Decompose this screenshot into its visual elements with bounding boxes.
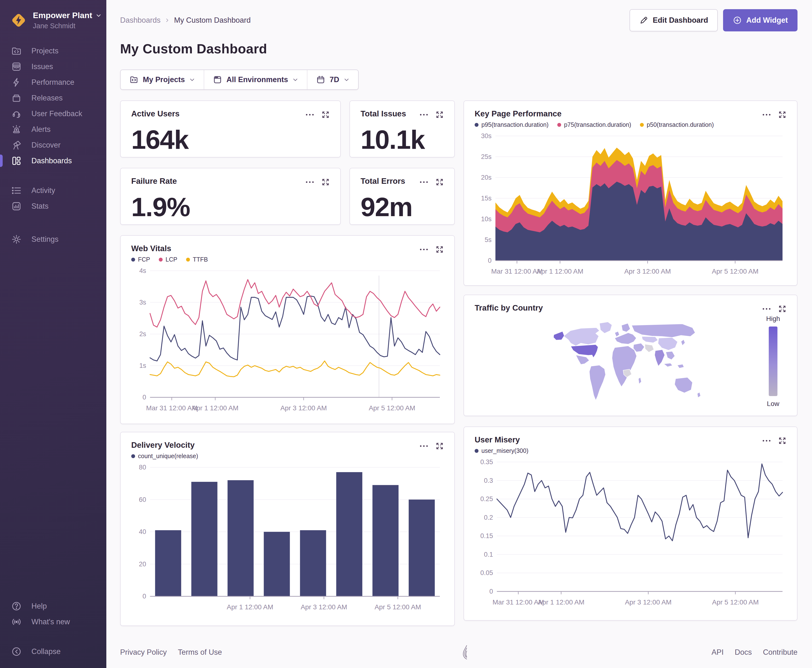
add-widget-button[interactable]: Add Widget: [723, 9, 797, 32]
breadcrumb: Dashboards My Custom Dashboard: [120, 16, 251, 25]
united-kingdom[interactable]: [615, 331, 619, 337]
ellipsis-icon[interactable]: [419, 113, 429, 116]
expand-icon[interactable]: [435, 110, 444, 119]
web-vitals-legend: FCPLCPTTFB: [131, 256, 208, 263]
sidebar-item-activity[interactable]: Activity: [0, 182, 106, 198]
japan[interactable]: [681, 339, 685, 346]
sidebar-item-dashboards[interactable]: Dashboards: [0, 153, 106, 169]
api-link[interactable]: API: [712, 648, 723, 657]
sidebar-item-settings[interactable]: Settings: [0, 231, 106, 247]
user-misery-chart[interactable]: 0.350.30.250.20.150.10.050Mar 31 12:00 A…: [475, 458, 786, 607]
sidebar-item-alerts[interactable]: Alerts: [0, 122, 106, 137]
privacy-policy-link[interactable]: Privacy Policy: [120, 648, 167, 657]
new-guinea[interactable]: [677, 364, 684, 368]
india[interactable]: [655, 350, 665, 366]
widget-title: Traffic by Country: [475, 303, 543, 312]
expand-icon[interactable]: [435, 442, 444, 450]
window-icon: [213, 75, 222, 84]
svg-text:80: 80: [139, 464, 146, 471]
legend-label: p50(transaction.duration): [647, 121, 714, 128]
mexico[interactable]: [576, 355, 589, 364]
greenland[interactable]: [599, 322, 612, 334]
expand-icon[interactable]: [321, 110, 330, 119]
breadcrumb-current: My Custom Dashboard: [174, 16, 251, 25]
project-filter[interactable]: My Projects: [121, 70, 204, 89]
legend-item[interactable]: count_unique(release): [131, 453, 198, 459]
docs-link[interactable]: Docs: [735, 648, 752, 657]
svg-text:0.05: 0.05: [480, 569, 493, 576]
sidebar-item-performance[interactable]: Performance: [0, 74, 106, 90]
environment-filter[interactable]: All Environments: [204, 70, 307, 89]
ellipsis-icon[interactable]: [305, 113, 315, 116]
legend-item[interactable]: TTFB: [186, 256, 208, 263]
delivery-velocity-chart[interactable]: 806040200Apr 1 12:00 AMApr 3 12:00 AMApr…: [131, 463, 444, 612]
united-states[interactable]: [571, 345, 598, 358]
ellipsis-icon[interactable]: [762, 113, 772, 116]
sidebar-item-discover[interactable]: Discover: [0, 137, 106, 153]
legend-item[interactable]: p50(transaction.duration): [640, 121, 714, 128]
ellipsis-icon[interactable]: [419, 444, 429, 448]
contribute-link[interactable]: Contribute: [763, 648, 797, 657]
user-misery-legend: user_misery(300): [475, 447, 529, 454]
breadcrumb-dashboards-link[interactable]: Dashboards: [120, 16, 161, 25]
sidebar: Empower Plant Jane Schmidt Projects Issu…: [0, 0, 106, 668]
expand-icon[interactable]: [778, 110, 786, 119]
iran[interactable]: [645, 344, 654, 352]
scandinavia[interactable]: [621, 323, 630, 332]
svg-text:15s: 15s: [481, 195, 492, 202]
key-page-performance-chart[interactable]: 30s25s20s15s10s5s0Mar 31 12:00 AMApr 1 1…: [475, 132, 786, 277]
sidebar-item-label: Issues: [32, 62, 53, 71]
expand-icon[interactable]: [321, 178, 330, 186]
madagascar[interactable]: [638, 377, 641, 384]
alaska[interactable]: [553, 331, 564, 340]
sidebar-item-help[interactable]: Help: [0, 598, 106, 614]
africa[interactable]: [612, 346, 636, 387]
sidebar-item-label: Activity: [32, 186, 55, 195]
user-feedback-icon: [11, 109, 22, 119]
expand-icon[interactable]: [435, 178, 444, 186]
southeast-asia[interactable]: [666, 351, 675, 360]
south-america[interactable]: [589, 365, 606, 401]
map-legend-low: Low: [767, 400, 779, 407]
expand-icon[interactable]: [435, 245, 444, 254]
canada[interactable]: [564, 328, 599, 346]
legend-item[interactable]: FCP: [131, 256, 150, 263]
legend-item[interactable]: user_misery(300): [475, 447, 529, 454]
web-vitals-chart[interactable]: 4s3s2s1s0Mar 31 12:00 AMApr 1 12:00 AMAp…: [131, 266, 444, 413]
ellipsis-icon[interactable]: [762, 307, 772, 310]
date-range-filter[interactable]: 7D: [307, 70, 358, 89]
sidebar-item-stats[interactable]: Stats: [0, 198, 106, 214]
sidebar-item-user-feedback[interactable]: User Feedback: [0, 106, 106, 122]
sidebar-item-issues[interactable]: Issues: [0, 59, 106, 74]
edit-dashboard-button[interactable]: Edit Dashboard: [630, 9, 718, 32]
page-footer: Privacy Policy Terms of Use API Docs Con…: [120, 640, 797, 668]
legend-item[interactable]: p75(transaction.duration): [557, 121, 631, 128]
ellipsis-icon[interactable]: [305, 180, 315, 184]
middle-east[interactable]: [633, 343, 645, 352]
stats-icon: [11, 201, 22, 212]
kpi-value: 1.9%: [131, 192, 330, 222]
sidebar-item-whats-new[interactable]: What's new: [0, 614, 106, 630]
indonesia[interactable]: [664, 363, 673, 367]
new-zealand[interactable]: [697, 392, 701, 397]
terms-of-use-link[interactable]: Terms of Use: [178, 648, 222, 657]
russia[interactable]: [632, 324, 695, 337]
expand-icon[interactable]: [778, 437, 786, 445]
legend-item[interactable]: p95(transaction.duration): [475, 121, 549, 128]
sidebar-collapse-button[interactable]: Collapse: [0, 644, 106, 659]
ellipsis-icon[interactable]: [419, 180, 429, 184]
ellipsis-icon[interactable]: [762, 439, 772, 442]
map-legend-high: High: [766, 315, 780, 323]
expand-icon[interactable]: [778, 305, 786, 313]
australia[interactable]: [675, 377, 692, 393]
legend-label: LCP: [166, 256, 177, 263]
china[interactable]: [658, 337, 678, 350]
sidebar-item-releases[interactable]: Releases: [0, 90, 106, 106]
kazakhstan[interactable]: [642, 336, 658, 343]
legend-item[interactable]: LCP: [159, 256, 177, 263]
sidebar-item-projects[interactable]: Projects: [0, 43, 106, 59]
ellipsis-icon[interactable]: [419, 248, 429, 251]
chevron-down-icon: [292, 77, 298, 83]
world-map: [475, 314, 760, 409]
org-switcher[interactable]: Empower Plant Jane Schmidt: [0, 0, 106, 37]
